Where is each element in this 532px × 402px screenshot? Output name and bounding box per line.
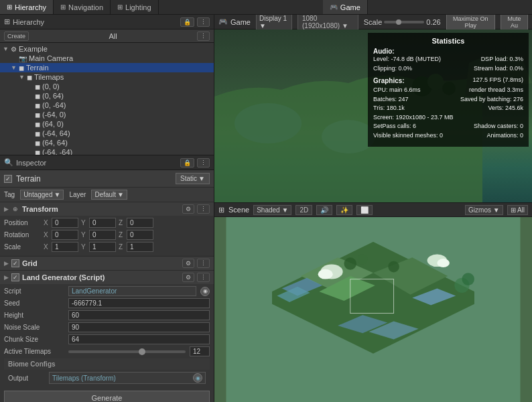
game-tab-label[interactable]: 🎮 Game <box>218 17 251 26</box>
tree-item-tile-64-0[interactable]: ◼ (64, 0) <box>0 119 214 129</box>
2d-btn[interactable]: 2D <box>295 205 312 215</box>
grid-header[interactable]: ▶ ✓ Grid ⚙ ⋮ <box>0 257 214 270</box>
tag-chevron-icon: ▼ <box>54 191 61 198</box>
display-selector[interactable]: Display 1 ▼ <box>256 15 292 31</box>
tree-item-tile-0-64[interactable]: ◼ (0, 64) <box>0 91 214 100</box>
script-ref[interactable]: LandGenerator <box>68 286 196 296</box>
scale-y-input[interactable] <box>89 242 116 252</box>
tree-item-tile-0-n64[interactable]: ◼ (0, -64) <box>0 100 214 110</box>
noise-scale-input[interactable] <box>68 322 210 332</box>
tree-item-terrain[interactable]: ▼ ◼ Terrain <box>0 63 214 72</box>
object-active-checkbox[interactable]: ✓ <box>4 175 12 183</box>
land-checkbox[interactable]: ✓ <box>11 273 19 281</box>
hierarchy-panel: ⊞ Hierarchy 🔒 ⋮ Create All ⋮ ▼ ⚙ <box>0 15 214 155</box>
tab-navigation[interactable]: ⊞ Navigation <box>54 0 111 14</box>
tree-arrow-tilemaps[interactable]: ▼ <box>19 74 27 80</box>
tag-dropdown[interactable]: Untagged ▼ <box>20 190 64 200</box>
tab-lighting[interactable]: ⊞ Lighting <box>111 0 159 14</box>
tile-icon-1: ◼ <box>35 83 40 90</box>
tile-icon-6: ◼ <box>35 130 40 137</box>
tree-item-tile-n64-n64[interactable]: ◼ (-64, -64) <box>0 147 214 155</box>
tab-hierarchy[interactable]: ⊞ Hierarchy <box>0 0 54 14</box>
tree-arrow-terrain[interactable]: ▼ <box>11 64 19 71</box>
tree-arrow-example[interactable]: ▼ <box>3 46 11 52</box>
tris-row: Tris: 180.1k Verts: 245.6k <box>373 104 523 113</box>
tab-game[interactable]: 🎮 Game <box>323 0 368 14</box>
height-input[interactable] <box>68 310 210 320</box>
scene-all-dropdown[interactable]: ⊞ All <box>507 205 528 215</box>
tree-item-tilemaps[interactable]: ▼ ◼ Tilemaps <box>0 72 214 82</box>
display-chevron-icon: ▼ <box>259 22 266 29</box>
scale-thumb[interactable] <box>396 19 401 25</box>
grid-overflow-btn[interactable]: ⋮ <box>197 259 210 268</box>
hierarchy-menu-btn[interactable]: ⋮ <box>197 17 210 27</box>
noise-scale-row: Noise Scale <box>4 322 210 332</box>
transform-collapse-icon[interactable]: ▶ <box>4 206 9 212</box>
position-x-input[interactable] <box>52 218 78 228</box>
generate-btn[interactable]: Generate <box>4 391 210 402</box>
biome-configs-label: Biome Configs <box>4 358 210 370</box>
static-dropdown[interactable]: Static ▼ <box>176 173 210 184</box>
create-btn[interactable]: Create <box>4 31 29 41</box>
tree-item-tile-0-0[interactable]: ◼ (0, 0) <box>0 82 214 91</box>
gizmos-dropdown[interactable]: Gizmos ▼ <box>465 205 503 215</box>
tree-item-tile-n64-64[interactable]: ◼ (-64, 64) <box>0 129 214 138</box>
land-collapse-icon[interactable]: ▶ <box>4 274 9 281</box>
scene-effects-btn[interactable]: ✨ <box>336 205 352 215</box>
hierarchy-lock-btn[interactable]: 🔒 <box>180 17 194 27</box>
shading-chevron-icon: ▼ <box>281 206 288 214</box>
svg-point-23 <box>462 273 474 285</box>
inspector-menu-btn[interactable]: ⋮ <box>197 158 210 168</box>
scale-z-input[interactable] <box>127 242 153 252</box>
shading-dropdown[interactable]: Shaded ▼ <box>253 205 291 215</box>
tree-view[interactable]: ▼ ⚙ Example 📷 Main Camera ▼ ◼ Terrain <box>0 43 214 155</box>
position-y-input[interactable] <box>89 218 116 228</box>
transform-header[interactable]: ▶ ⊕ Transform ⚙ ⋮ <box>0 202 214 216</box>
tree-item-tile-n64-0[interactable]: ◼ (-64, 0) <box>0 110 214 119</box>
rotation-x-input[interactable] <box>52 230 78 240</box>
scene-view: ⊞ Scene Shaded ▼ 2D 🔊 ✨ ⬜ Gizmos ▼ <box>214 202 532 402</box>
setpass-row: SetPass calls: 6 Shadow casters: 0 <box>373 122 523 131</box>
land-generator-header[interactable]: ▶ ✓ Land Generator (Script) ⚙ ⋮ <box>0 271 214 284</box>
scene-canvas[interactable] <box>214 217 532 402</box>
rotation-z-input[interactable] <box>127 230 153 240</box>
rotation-y-input[interactable] <box>89 230 116 240</box>
active-tilemaps-thumb[interactable] <box>139 348 145 355</box>
tree-item-example[interactable]: ▼ ⚙ Example <box>0 44 214 54</box>
tilemaps-icon: ◼ <box>27 74 32 81</box>
tree-item-camera[interactable]: 📷 Main Camera <box>0 54 214 63</box>
scale-slider[interactable] <box>384 21 424 23</box>
grid-collapse-icon[interactable]: ▶ <box>4 260 9 267</box>
tree-item-tile-64-64[interactable]: ◼ (64, 64) <box>0 138 214 147</box>
output-ref[interactable]: Tilemaps (Transform) ◉ <box>49 372 206 384</box>
active-tilemaps-input[interactable] <box>190 346 210 356</box>
inspector-lock-btn[interactable]: 🔒 <box>180 158 194 168</box>
scene-tab-label[interactable]: Scene <box>228 206 249 214</box>
position-z-field: Z <box>119 218 153 228</box>
land-overflow-btn[interactable]: ⋮ <box>197 273 210 282</box>
grid-checkbox[interactable]: ✓ <box>11 259 19 267</box>
mute-btn[interactable]: Mute Au <box>501 15 528 30</box>
output-select-btn[interactable]: ◉ <box>193 373 202 383</box>
active-tilemaps-slider-row <box>68 346 210 356</box>
transform-settings-btn[interactable]: ⚙ <box>182 204 194 214</box>
land-settings-btn[interactable]: ⚙ <box>182 273 194 282</box>
position-z-input[interactable] <box>127 218 153 228</box>
position-y-field: Y <box>81 218 116 228</box>
scene-audio-btn[interactable]: 🔊 <box>316 205 332 215</box>
layer-dropdown[interactable]: Default ▼ <box>91 190 127 200</box>
active-tilemaps-slider[interactable] <box>68 350 186 353</box>
scene-icon: ⊞ <box>218 206 224 214</box>
scale-x-input[interactable] <box>52 242 78 252</box>
transform-overflow-btn[interactable]: ⋮ <box>197 204 210 214</box>
resolution-selector[interactable]: 1080 (1920x1080) ▼ <box>297 15 358 31</box>
seed-input[interactable] <box>68 298 210 308</box>
grid-settings-btn[interactable]: ⚙ <box>182 259 194 268</box>
left-panel: ⊞ Hierarchy 🔒 ⋮ Create All ⋮ ▼ ⚙ <box>0 15 214 402</box>
game-header: 🎮 Game Display 1 ▼ 1080 (1920x1080) ▼ Sc… <box>214 15 532 29</box>
script-select-btn[interactable]: ◉ <box>200 287 210 296</box>
hierarchy-settings-btn[interactable]: ⋮ <box>197 31 210 41</box>
chunk-size-input[interactable] <box>68 334 210 344</box>
maximize-btn[interactable]: Maximize On Play <box>446 15 495 30</box>
scene-skybox-btn[interactable]: ⬜ <box>356 205 373 215</box>
